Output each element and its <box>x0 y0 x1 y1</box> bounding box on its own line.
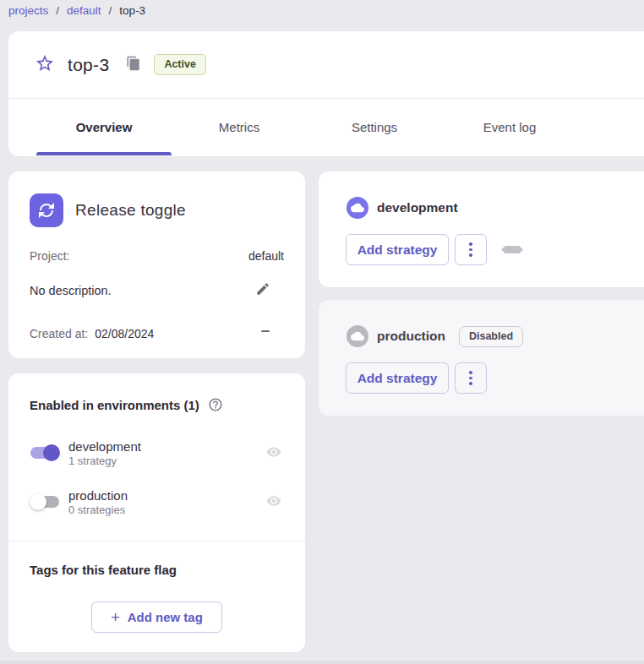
description-text: No description. <box>30 284 112 297</box>
plus-icon: + <box>111 610 120 625</box>
breadcrumb-current: top-3 <box>119 4 145 17</box>
tab-event-log[interactable]: Event log <box>442 99 577 155</box>
view-environment-button[interactable] <box>266 445 281 460</box>
disabled-badge: Disabled <box>459 326 523 347</box>
environment-toggle-row: production 0 strategies <box>30 485 281 519</box>
card-divider <box>8 541 305 542</box>
kebab-icon <box>469 242 472 257</box>
project-label: Project: <box>30 249 69 263</box>
environment-menu-button[interactable] <box>455 362 487 394</box>
tab-overview[interactable]: Overview <box>36 99 172 155</box>
status-badge: Active <box>154 54 206 75</box>
production-toggle[interactable] <box>30 493 60 510</box>
feature-header-row: top-3 Active <box>8 31 644 99</box>
panel-actions: Add strategy <box>346 362 487 394</box>
add-new-tag-button[interactable]: + Add new tag <box>91 601 222 633</box>
eye-icon <box>266 493 281 511</box>
panel-header: production Disabled <box>347 325 523 347</box>
page-title: top-3 <box>68 55 109 75</box>
tab-settings[interactable]: Settings <box>307 99 442 155</box>
project-row: Project: default <box>30 249 284 263</box>
created-value: 02/08/2024 <box>95 327 154 340</box>
toggle-thumb <box>30 493 46 510</box>
favorite-button[interactable] <box>35 55 55 75</box>
breadcrumb-link-default[interactable]: default <box>67 4 101 17</box>
environment-name: production <box>68 488 128 503</box>
feature-header-card: top-3 Active Overview Metrics Settings E… <box>8 31 644 156</box>
description-row: No description. <box>30 284 284 297</box>
panel-header: development <box>347 197 458 219</box>
tab-bar: Overview Metrics Settings Event log <box>8 99 644 155</box>
created-label: Created at: <box>30 327 88 340</box>
tab-metrics[interactable]: Metrics <box>172 99 307 155</box>
environments-title-row: Enabled in environments (1) <box>30 397 223 412</box>
environment-labels: production 0 strategies <box>68 488 128 516</box>
release-toggle-icon <box>30 193 63 227</box>
panel-actions: Add strategy <box>346 234 523 265</box>
copy-name-button[interactable] <box>126 57 141 73</box>
development-environment-panel: development Add strategy <box>319 171 644 287</box>
star-icon <box>35 53 55 76</box>
collapse-button[interactable] <box>259 325 271 337</box>
environment-strategy-count: 1 strategy <box>68 454 141 467</box>
help-icon[interactable] <box>208 397 223 412</box>
flag-type-header: Release toggle <box>30 193 186 227</box>
strategy-separator-icon <box>501 246 523 253</box>
toggle-thumb <box>43 444 60 461</box>
production-environment-panel: production Disabled Add strategy <box>319 300 644 416</box>
bottom-divider <box>0 661 644 664</box>
environment-toggle-row: development 1 strategy <box>30 436 281 470</box>
environment-labels: development 1 strategy <box>68 439 141 467</box>
add-strategy-button[interactable]: Add strategy <box>346 362 449 394</box>
created-row: Created at: 02/08/2024 <box>30 327 284 340</box>
edit-description-button[interactable] <box>254 281 271 298</box>
add-new-tag-label: Add new tag <box>128 610 203 624</box>
edit-icon <box>255 281 270 299</box>
add-strategy-button[interactable]: Add strategy <box>346 234 449 265</box>
environments-title: Enabled in environments (1) <box>30 398 199 412</box>
development-toggle[interactable] <box>30 444 60 461</box>
view-environment-button[interactable] <box>266 494 281 509</box>
eye-icon <box>266 444 281 462</box>
copy-icon <box>126 56 141 73</box>
cloud-icon <box>347 197 368 219</box>
flag-metadata-card: Release toggle Project: default No descr… <box>8 171 305 358</box>
kebab-icon <box>469 371 472 385</box>
cloud-icon <box>347 325 368 347</box>
environment-menu-button[interactable] <box>455 234 487 265</box>
environment-name: production <box>377 329 445 344</box>
environment-name: development <box>68 439 141 454</box>
environment-name: development <box>377 200 458 215</box>
collapse-icon <box>261 330 270 332</box>
flag-type-label: Release toggle <box>75 201 186 220</box>
project-value: default <box>248 249 284 263</box>
tags-title: Tags for this feature flag <box>30 563 177 577</box>
environment-strategy-count: 0 strategies <box>68 503 128 516</box>
breadcrumb: projects / default / top-3 <box>0 0 644 21</box>
breadcrumb-separator: / <box>109 4 112 17</box>
breadcrumb-separator: / <box>56 4 59 17</box>
breadcrumb-link-projects[interactable]: projects <box>8 4 48 17</box>
environments-card: Enabled in environments (1) development … <box>8 373 305 652</box>
